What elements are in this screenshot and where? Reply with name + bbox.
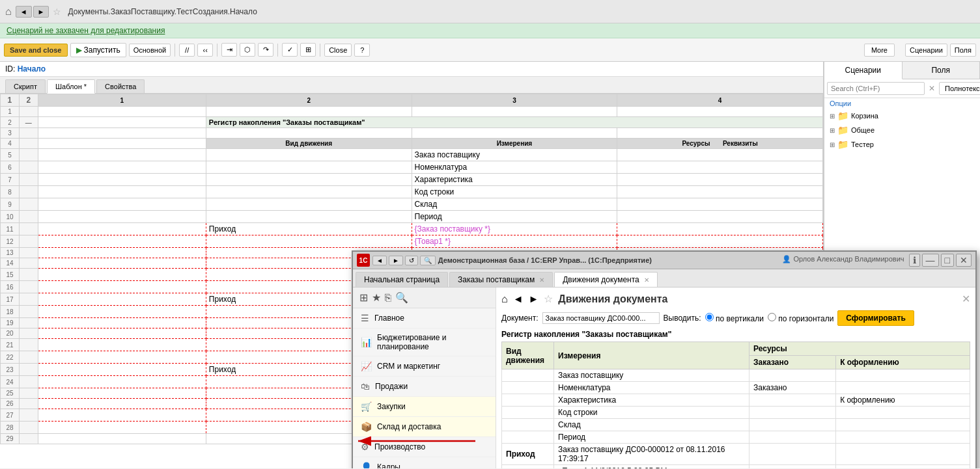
- menu-item-warehouse[interactable]: 📦 Склад и доставка: [353, 417, 496, 437]
- check-button[interactable]: ✓: [282, 43, 298, 57]
- menu-icon-production: ⚙: [361, 442, 369, 452]
- onec-tabs: Начальная страница Заказы поставщикам ✕ …: [353, 269, 975, 288]
- menu-item-sales[interactable]: 🛍 Продажи: [353, 377, 496, 397]
- onec-tab-home[interactable]: Начальная страница: [356, 272, 448, 287]
- run-button[interactable]: ▶ Запустить: [70, 43, 126, 57]
- tree-label-obshee: Общее: [851, 126, 875, 134]
- overlay-close-btn[interactable]: ✕: [956, 254, 972, 267]
- more-button[interactable]: More: [864, 44, 895, 57]
- comment-button[interactable]: //: [179, 44, 195, 57]
- search-input[interactable]: [827, 82, 925, 95]
- table-row: 3: [1, 128, 823, 139]
- help-button[interactable]: ?: [354, 44, 370, 57]
- home-icon[interactable]: ⌂: [5, 6, 12, 18]
- forward-button[interactable]: ►: [33, 6, 49, 18]
- menu-label-budget: Бюджетирование и планирование: [377, 333, 488, 351]
- pola-button[interactable]: Поля: [950, 44, 976, 57]
- horizontal-radio[interactable]: [768, 313, 776, 321]
- col-izmeren: Измерения: [554, 342, 749, 369]
- bookmark-icon[interactable]: ☆: [53, 7, 61, 17]
- toolbar: Save and close ▶ Запустить Основной // ‹…: [0, 38, 980, 62]
- col-header-0: 1: [1, 94, 20, 107]
- overlay-title-bar: 1С ◄ ► ↺ 🔍 Демонстрационная база / 1С:ER…: [353, 252, 975, 269]
- sidebar-tab-scenarii[interactable]: Сценарии: [824, 62, 903, 79]
- overlay-info-btn[interactable]: ℹ: [909, 254, 920, 267]
- export-button[interactable]: ⊞: [300, 43, 316, 57]
- menu-item-crm[interactable]: 📈 CRM и маркетинг: [353, 356, 496, 377]
- outdent-button[interactable]: ⬡: [240, 43, 255, 57]
- tab-template[interactable]: Шаблон *: [47, 79, 95, 94]
- panel-fwd-icon[interactable]: ►: [529, 293, 539, 305]
- col-header-2: 1: [38, 94, 206, 107]
- vertical-radio[interactable]: [705, 313, 714, 321]
- star-icon[interactable]: ★: [372, 291, 381, 304]
- expand-icon-tester: ⊞: [830, 141, 835, 148]
- overlay-back-btn[interactable]: ◄: [372, 256, 387, 265]
- run-label: Запустить: [84, 46, 120, 55]
- onec-tab-orders[interactable]: Заказы поставщикам ✕: [449, 272, 553, 287]
- panel-home-icon[interactable]: ⌂: [501, 293, 508, 305]
- close-button[interactable]: Close: [324, 44, 352, 57]
- sidebar-tab-pola[interactable]: Поля: [903, 62, 981, 79]
- table-row: 2 — Регистр накопления "Заказы поставщик…: [1, 117, 823, 128]
- table-row: Заказ поставщику: [502, 369, 970, 382]
- table-row: 10 Период: [1, 211, 823, 223]
- menu-item-hr[interactable]: 👤 Кадры: [353, 457, 496, 468]
- menu-icon-purchases: 🛒: [361, 401, 372, 412]
- overlay-window-controls: 👤 Орлов Александр Владимирович ℹ — □ ✕: [779, 254, 972, 267]
- overlay-search-btn[interactable]: 🔍: [420, 256, 436, 265]
- separator-1: [175, 44, 175, 57]
- table-row: 11 Приход {Заказ поставщику *}: [1, 223, 823, 235]
- overlay-fwd-btn[interactable]: ►: [389, 256, 403, 265]
- back-button[interactable]: ◄: [16, 6, 32, 18]
- step-button[interactable]: ↷: [258, 43, 273, 57]
- panel-close-icon[interactable]: ✕: [962, 293, 970, 305]
- id-bar: ID: Начало: [0, 62, 823, 77]
- scenarii-button[interactable]: Сценарии: [905, 44, 947, 57]
- tabs-bar: Скрипт Шаблон * Свойства: [0, 77, 823, 94]
- fulltext-button[interactable]: Полнотекс...: [939, 82, 980, 95]
- movements-tab-close[interactable]: ✕: [644, 276, 649, 284]
- overlay-min-btn[interactable]: —: [922, 254, 939, 267]
- vertical-label: по вертикали: [716, 314, 764, 323]
- onec-tab-movements[interactable]: Движения документа ✕: [554, 272, 658, 287]
- search-clear-icon[interactable]: ✕: [926, 83, 938, 94]
- user-info: 👤 Орлов Александр Владимирович: [779, 254, 906, 267]
- uncomment-button[interactable]: ‹‹: [197, 44, 213, 57]
- table-row: 7 Характеристика: [1, 174, 823, 186]
- indent-button[interactable]: ⇥: [221, 43, 237, 57]
- menu-icon-hr: 👤: [361, 462, 372, 468]
- menu-label-crm: CRM и маркетинг: [377, 362, 440, 371]
- menu-item-budget[interactable]: 📊 Бюджетирование и планирование: [353, 328, 496, 356]
- tree-item-korzina[interactable]: ⊞ 📁 Корзина: [824, 109, 980, 123]
- tab-script[interactable]: Скрипт: [5, 79, 46, 93]
- tree-item-obshee[interactable]: ⊞ 📁 Общее: [824, 123, 980, 137]
- table-row: Склад: [502, 419, 970, 431]
- apps-icon[interactable]: ⊞: [359, 291, 368, 304]
- folder-icon-tester: 📁: [837, 139, 848, 150]
- warning-banner[interactable]: Сценарий не захвачен для редактирования: [0, 23, 980, 38]
- overlay-max-btn[interactable]: □: [941, 254, 954, 267]
- search-icon[interactable]: 🔍: [395, 291, 408, 304]
- panel-star-icon[interactable]: ☆: [544, 293, 553, 305]
- warning-link[interactable]: Сценарий не захвачен для редактирования: [7, 26, 165, 35]
- copy-icon[interactable]: ⎘: [385, 292, 391, 304]
- main-button[interactable]: Основной: [129, 44, 171, 57]
- panel-back-icon[interactable]: ◄: [513, 293, 524, 305]
- play-icon: ▶: [76, 46, 82, 55]
- menu-item-production[interactable]: ⚙ Производство: [353, 437, 496, 457]
- menu-item-main[interactable]: ☰ Главное: [353, 308, 496, 328]
- tab-properties[interactable]: Свойства: [96, 79, 145, 93]
- form-button[interactable]: Сформировать: [837, 310, 914, 326]
- table-row: _Товар1 11/8/2016 5:38:35 PM: [502, 465, 970, 469]
- id-value[interactable]: Начало: [18, 64, 46, 74]
- tree-item-tester[interactable]: ⊞ 📁 Тестер: [824, 137, 980, 152]
- overlay-refresh-btn[interactable]: ↺: [405, 256, 418, 265]
- save-and-close-button[interactable]: Save and close: [4, 44, 68, 57]
- options-link[interactable]: Опции: [824, 98, 980, 109]
- table-row: Приход Заказ поставщику ДС00-000012 от 0…: [502, 444, 970, 465]
- menu-item-purchases[interactable]: 🛒 Закупки: [353, 397, 496, 417]
- orders-tab-close[interactable]: ✕: [539, 276, 544, 284]
- doc-input[interactable]: [542, 312, 660, 324]
- table-row: 8 Код строки: [1, 186, 823, 198]
